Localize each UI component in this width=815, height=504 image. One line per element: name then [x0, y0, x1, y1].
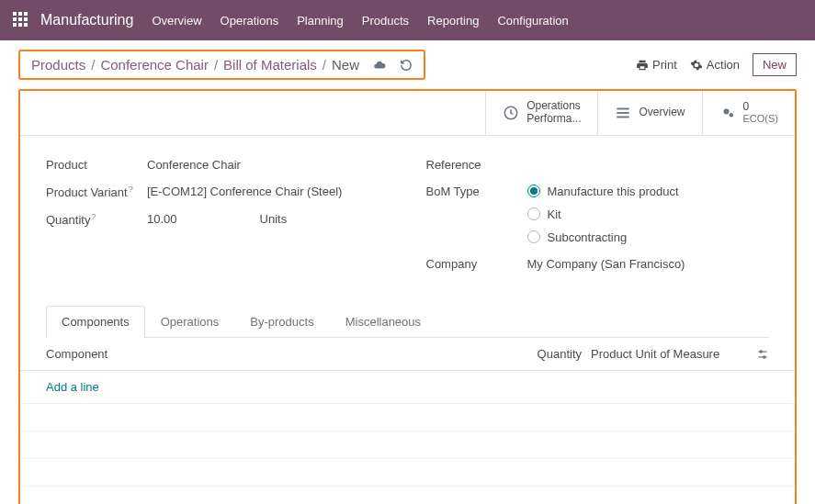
stat-label: Performa... — [526, 113, 581, 126]
stat-count: 0 — [743, 101, 779, 114]
tab-by-products[interactable]: By-products — [234, 306, 329, 337]
menu-configuration[interactable]: Configuration — [497, 14, 568, 28]
breadcrumb-sep: / — [91, 57, 95, 73]
breadcrumb-products[interactable]: Products — [31, 57, 85, 73]
stat-label: ECO(S) — [743, 113, 779, 125]
action-button[interactable]: Action — [690, 58, 740, 72]
col-quantity[interactable]: Quantity — [517, 347, 582, 362]
grid-header: Component Quantity Product Unit of Measu… — [20, 338, 795, 372]
stat-overview[interactable]: Overview — [597, 91, 701, 135]
grid-body: Add a line — [20, 371, 795, 504]
menu-products[interactable]: Products — [362, 14, 409, 28]
tab-miscellaneous[interactable]: Miscellaneous — [330, 306, 436, 337]
label-product: Product — [46, 158, 147, 172]
save-cloud-icon[interactable] — [372, 58, 387, 73]
empty-row — [20, 404, 795, 431]
radio-icon — [527, 185, 540, 197]
breadcrumb-sep: / — [323, 57, 326, 73]
label-quantity: Quantity? — [46, 212, 147, 227]
breadcrumb-conference-chair[interactable]: Conference Chair — [100, 57, 209, 73]
discard-icon[interactable] — [400, 58, 413, 73]
app-title: Manufacturing — [40, 12, 133, 28]
col-component[interactable]: Component — [46, 347, 517, 362]
breadcrumb-bom[interactable]: Bill of Materials — [223, 57, 317, 73]
apps-icon[interactable] — [13, 12, 29, 28]
top-navbar: Manufacturing Overview Operations Planni… — [0, 0, 815, 40]
list-icon — [615, 104, 631, 121]
tab-components[interactable]: Components — [46, 306, 145, 338]
field-company[interactable]: My Company (San Francisco) — [527, 257, 770, 271]
new-button[interactable]: New — [753, 53, 797, 76]
form-sheet: Operations Performa... Overview 0 ECO(S)… — [18, 89, 797, 504]
print-button[interactable]: Print — [636, 58, 677, 72]
optional-columns-icon[interactable] — [747, 347, 769, 362]
gear-icon — [690, 59, 703, 72]
form-body: Product Conference Chair Product Variant… — [20, 136, 795, 298]
label-reference: Reference — [426, 158, 527, 172]
control-bar: Products / Conference Chair / Bill of Ma… — [0, 40, 815, 89]
empty-row — [20, 459, 795, 487]
breadcrumb-sep: / — [214, 57, 218, 73]
field-product[interactable]: Conference Chair — [147, 158, 390, 172]
tab-operations[interactable]: Operations — [145, 306, 235, 337]
field-quantity-unit[interactable]: Units — [260, 212, 288, 226]
clock-icon — [503, 104, 519, 121]
menu-planning[interactable]: Planning — [297, 14, 344, 28]
menu-reporting[interactable]: Reporting — [427, 14, 479, 28]
empty-row — [20, 431, 795, 459]
svg-point-6 — [760, 351, 762, 353]
radio-kit[interactable]: Kit — [527, 207, 770, 221]
print-icon — [636, 59, 649, 72]
menu-overview[interactable]: Overview — [152, 14, 201, 28]
stat-operations-performance[interactable]: Operations Performa... — [485, 91, 597, 135]
top-menu: Overview Operations Planning Products Re… — [152, 14, 568, 28]
menu-operations[interactable]: Operations — [221, 14, 279, 28]
stat-eco[interactable]: 0 ECO(S) — [702, 91, 796, 135]
bom-type-radios: Manufacture this product Kit Subcontract… — [527, 185, 770, 244]
stat-label: Operations — [526, 100, 581, 113]
field-quantity[interactable]: 10.00 — [147, 212, 177, 226]
field-product-variant[interactable]: [E-COM12] Conference Chair (Steel) — [147, 185, 390, 198]
breadcrumb: Products / Conference Chair / Bill of Ma… — [18, 50, 425, 80]
label-bom-type: BoM Type — [426, 185, 527, 198]
radio-manufacture[interactable]: Manufacture this product — [527, 185, 770, 198]
radio-subcontracting[interactable]: Subcontracting — [527, 230, 770, 244]
breadcrumb-current: New — [332, 57, 359, 73]
label-product-variant: Product Variant? — [46, 185, 147, 199]
radio-icon — [527, 230, 540, 243]
add-line-link[interactable]: Add a line — [20, 371, 795, 404]
stat-label: Overview — [639, 106, 685, 119]
gears-icon — [719, 104, 736, 121]
col-uom[interactable]: Product Unit of Measure — [582, 347, 747, 362]
label-company: Company — [426, 257, 527, 271]
radio-icon — [527, 207, 540, 220]
stat-buttons: Operations Performa... Overview 0 ECO(S) — [20, 91, 795, 136]
svg-point-7 — [764, 356, 765, 358]
notebook-tabs: Components Operations By-products Miscel… — [46, 306, 769, 338]
